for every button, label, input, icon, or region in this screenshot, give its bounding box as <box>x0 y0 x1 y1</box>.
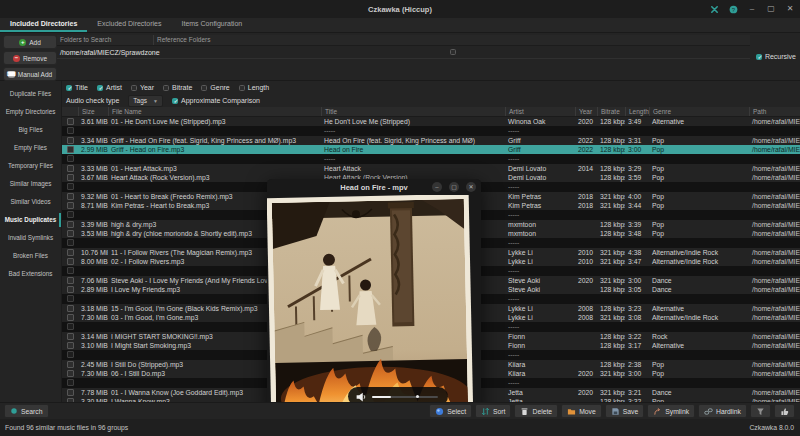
filter-checkbox-title[interactable] <box>66 85 72 91</box>
row-checkbox[interactable] <box>67 389 74 396</box>
symlink-button[interactable]: Symlink <box>647 404 695 418</box>
tab-included-directories[interactable]: Included Directories <box>0 20 87 32</box>
about-icon[interactable]: ? <box>727 3 739 15</box>
row-checkbox[interactable] <box>67 277 74 284</box>
column-header-length[interactable]: Length <box>625 107 649 116</box>
result-row[interactable]: 2.99 MiBGriff - Head on Fire.mp3Head on … <box>62 145 800 154</box>
funnel-button[interactable] <box>750 404 771 418</box>
reference-folder-checkbox[interactable] <box>450 49 456 55</box>
mpv-close-button[interactable]: ✕ <box>466 182 476 192</box>
row-checkbox[interactable] <box>67 323 74 330</box>
row-checkbox[interactable] <box>67 137 74 144</box>
row-checkbox[interactable] <box>67 314 74 321</box>
mpv-titlebar[interactable]: Head on Fire - mpv – ▢ ✕ <box>267 179 481 195</box>
mpv-minimize-button[interactable]: – <box>432 182 442 192</box>
column-header-year[interactable]: Year <box>575 107 597 116</box>
tab-excluded-directories[interactable]: Excluded Directories <box>87 20 171 32</box>
settings-icon[interactable] <box>708 3 720 15</box>
result-row[interactable]: 3.34 MiBGriff - Head On Fire (feat. Sigr… <box>62 136 800 145</box>
sidebar-item-broken-files[interactable]: Broken Files <box>0 247 61 265</box>
recursive-option[interactable]: Recursive <box>756 53 796 60</box>
sidebar-item-empty-files[interactable]: Empty Files <box>0 139 61 157</box>
sidebar-item-similar-images[interactable]: Similar Images <box>0 175 61 193</box>
hardlink-button[interactable]: Hardlink <box>698 404 747 418</box>
row-checkbox[interactable] <box>67 155 74 162</box>
result-row[interactable]: 3.33 MiB01 - Heart Attack.mp3Heart Attac… <box>62 164 800 173</box>
row-checkbox[interactable] <box>67 127 74 134</box>
column-header-file-name[interactable]: File Name <box>108 107 321 116</box>
sidebar-item-music-duplicates[interactable]: Music Duplicates <box>0 211 61 229</box>
row-checkbox[interactable] <box>67 305 74 312</box>
sidebar-item-similar-videos[interactable]: Similar Videos <box>0 193 61 211</box>
row-checkbox[interactable] <box>67 211 74 218</box>
column-header-path[interactable]: Path <box>749 107 800 116</box>
recursive-checkbox[interactable] <box>756 54 762 60</box>
row-checkbox[interactable] <box>67 342 74 349</box>
filter-option-bitrate[interactable]: Bitrate <box>163 84 192 91</box>
column-header-title[interactable]: Title <box>321 107 505 116</box>
row-checkbox[interactable] <box>67 165 74 172</box>
row-checkbox[interactable] <box>67 333 74 340</box>
row-checkbox[interactable] <box>67 295 74 302</box>
approximate-comparison-option[interactable]: Approximate Comparison <box>172 97 260 104</box>
row-checkbox[interactable] <box>67 118 74 125</box>
row-checkbox[interactable] <box>67 351 74 358</box>
row-checkbox[interactable] <box>67 361 74 368</box>
row-checkbox[interactable] <box>67 249 74 256</box>
filter-option-genre[interactable]: Genre <box>201 84 229 91</box>
mpv-maximize-button[interactable]: ▢ <box>449 182 459 192</box>
row-checkbox[interactable] <box>67 370 74 377</box>
filter-option-year[interactable]: Year <box>131 84 154 91</box>
mpv-volume-slider[interactable] <box>372 396 438 398</box>
sidebar-item-temporary-files[interactable]: Temporary Files <box>0 157 61 175</box>
select-button[interactable]: Select <box>429 404 472 418</box>
maximize-button[interactable]: ▢ <box>765 3 777 15</box>
row-checkbox[interactable] <box>67 379 74 386</box>
sidebar-item-empty-directories[interactable]: Empty Directories <box>0 103 61 121</box>
sidebar-item-invalid-symlinks[interactable]: Invalid Symlinks <box>0 229 61 247</box>
column-header-bitrate[interactable]: Bitrate <box>597 107 625 116</box>
row-checkbox[interactable] <box>67 146 74 153</box>
filter-checkbox-year[interactable] <box>131 85 137 91</box>
remove-directory-button[interactable]: − Remove <box>3 51 57 65</box>
move-button[interactable]: Move <box>561 404 602 418</box>
group-separator-row[interactable]: ---------- <box>62 154 800 163</box>
search-button[interactable]: Search <box>4 404 49 418</box>
add-directory-button[interactable]: + Add <box>3 35 57 49</box>
sort-button[interactable]: Sort <box>475 404 511 418</box>
folders-to-search-header[interactable]: Folders to Search <box>57 35 153 45</box>
manual-add-button[interactable]: ⌨ Manual Add <box>3 67 57 81</box>
audio-check-type-dropdown[interactable]: Tags ▼ <box>128 95 163 107</box>
row-checkbox[interactable] <box>67 221 74 228</box>
result-row[interactable]: 3.61 MiB01 - He Don't Love Me (Stripped)… <box>62 117 800 126</box>
tab-items-configuration[interactable]: Items Configuration <box>172 20 253 32</box>
sidebar-item-big-files[interactable]: Big Files <box>0 121 61 139</box>
column-header-artist[interactable]: Artist <box>505 107 575 116</box>
save-button[interactable]: Save <box>605 404 645 418</box>
filter-checkbox-artist[interactable] <box>97 85 103 91</box>
row-checkbox[interactable] <box>67 183 74 190</box>
mpv-video-area[interactable] <box>267 195 481 413</box>
sidebar-item-bad-extensions[interactable]: Bad Extensions <box>0 265 61 283</box>
group-separator-row[interactable]: ---------- <box>62 126 800 135</box>
sidebar-item-duplicate-files[interactable]: Duplicate Files <box>0 85 61 103</box>
row-checkbox[interactable] <box>67 174 74 181</box>
filter-option-title[interactable]: Title <box>66 84 88 91</box>
row-checkbox[interactable] <box>67 230 74 237</box>
minimize-button[interactable]: – <box>746 3 758 15</box>
row-checkbox[interactable] <box>67 286 74 293</box>
row-checkbox[interactable] <box>67 239 74 246</box>
column-header-genre[interactable]: Genre <box>649 107 749 116</box>
reference-folders-header[interactable]: Reference Folders <box>153 35 750 45</box>
folder-row[interactable]: /home/rafal/MIECZ/Sprawdzone <box>57 46 750 59</box>
thumb-button[interactable] <box>774 404 795 418</box>
column-header-size[interactable]: Size <box>78 107 108 116</box>
filter-option-artist[interactable]: Artist <box>97 84 122 91</box>
mpv-window[interactable]: Head on Fire - mpv – ▢ ✕ <box>267 179 481 413</box>
row-checkbox[interactable] <box>67 258 74 265</box>
approximate-comparison-checkbox[interactable] <box>172 98 178 104</box>
filter-checkbox-length[interactable] <box>239 85 245 91</box>
row-checkbox[interactable] <box>67 267 74 274</box>
delete-button[interactable]: Delete <box>514 404 558 418</box>
filter-checkbox-genre[interactable] <box>201 85 207 91</box>
